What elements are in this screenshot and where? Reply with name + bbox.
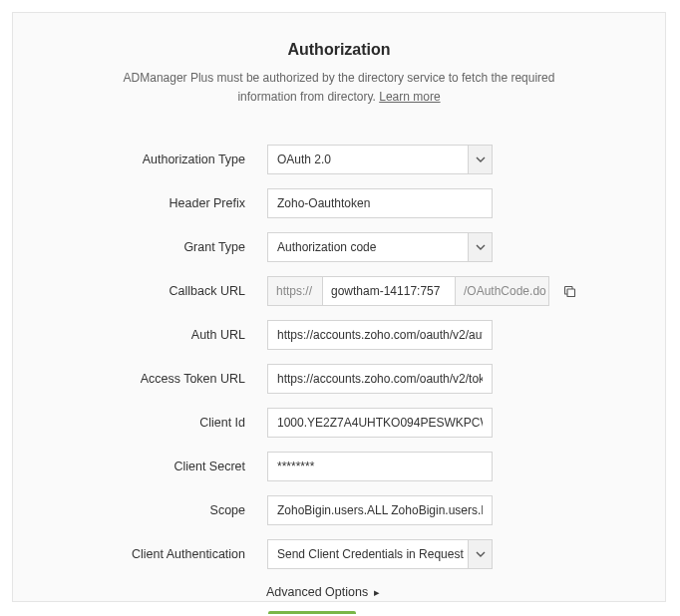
row-header-prefix: Header Prefix — [53, 188, 625, 218]
callback-prefix: https:// — [267, 276, 322, 306]
row-auth-type: Authorization Type OAuth 2.0 — [53, 145, 625, 174]
row-client-secret: Client Secret — [53, 452, 625, 481]
row-grant-type: Grant Type Authorization code — [53, 232, 625, 262]
panel-header: Authorization ADManager Plus must be aut… — [53, 41, 625, 107]
label-grant-type: Grant Type — [53, 240, 267, 254]
row-scope: Scope — [53, 495, 625, 525]
callback-suffix: /OAuthCode.do — [456, 276, 549, 306]
chevron-down-icon — [468, 540, 492, 568]
page-subtitle: ADManager Plus must be authorized by the… — [53, 69, 625, 107]
row-auth-url: Auth URL — [53, 320, 625, 350]
row-client-id: Client Id — [53, 408, 625, 438]
chevron-down-icon — [468, 233, 492, 261]
page-title: Authorization — [53, 41, 625, 59]
subtitle-line-1: ADManager Plus must be authorized by the… — [124, 71, 555, 85]
label-callback-url: Callback URL — [53, 284, 267, 298]
client-auth-value: Send Client Credentials in Request Body — [277, 547, 468, 561]
label-client-id: Client Id — [53, 416, 267, 430]
svg-rect-0 — [567, 289, 575, 297]
access-token-url-input[interactable] — [267, 364, 493, 394]
label-auth-url: Auth URL — [53, 328, 267, 342]
grant-type-select[interactable]: Authorization code — [267, 232, 493, 262]
client-secret-input[interactable] — [267, 452, 493, 481]
chevron-right-icon: ▸ — [374, 586, 380, 599]
auth-type-value: OAuth 2.0 — [277, 153, 468, 166]
callback-url-group: https:// gowtham-14117:757 /OAuthCode.do — [267, 276, 549, 306]
advanced-options-label: Advanced Options — [266, 585, 368, 599]
client-id-input[interactable] — [267, 408, 493, 438]
learn-more-link[interactable]: Learn more — [379, 90, 440, 104]
authorization-panel: Authorization ADManager Plus must be aut… — [12, 12, 666, 602]
row-access-token-url: Access Token URL — [53, 364, 625, 394]
client-auth-select[interactable]: Send Client Credentials in Request Body — [267, 539, 493, 569]
label-scope: Scope — [53, 503, 267, 517]
copy-icon[interactable] — [555, 276, 583, 306]
advanced-options-toggle[interactable]: Advanced Options ▸ — [151, 585, 625, 599]
header-prefix-input[interactable] — [267, 188, 493, 218]
subtitle-line-2: information from directory. — [237, 90, 379, 104]
label-client-auth: Client Authentication — [53, 547, 267, 561]
label-client-secret: Client Secret — [53, 460, 267, 473]
scope-input[interactable] — [267, 495, 493, 525]
configure-button[interactable]: Configure — [268, 611, 356, 614]
callback-host: gowtham-14117:757 — [322, 276, 456, 306]
row-client-auth: Client Authentication Send Client Creden… — [53, 539, 625, 569]
chevron-down-icon — [468, 146, 492, 173]
label-auth-type: Authorization Type — [53, 153, 267, 166]
label-access-token-url: Access Token URL — [53, 372, 267, 386]
auth-url-input[interactable] — [267, 320, 493, 350]
row-callback-url: Callback URL https:// gowtham-14117:757 … — [53, 276, 625, 306]
auth-type-select[interactable]: OAuth 2.0 — [267, 145, 493, 174]
label-header-prefix: Header Prefix — [53, 196, 267, 210]
grant-type-value: Authorization code — [277, 240, 468, 254]
